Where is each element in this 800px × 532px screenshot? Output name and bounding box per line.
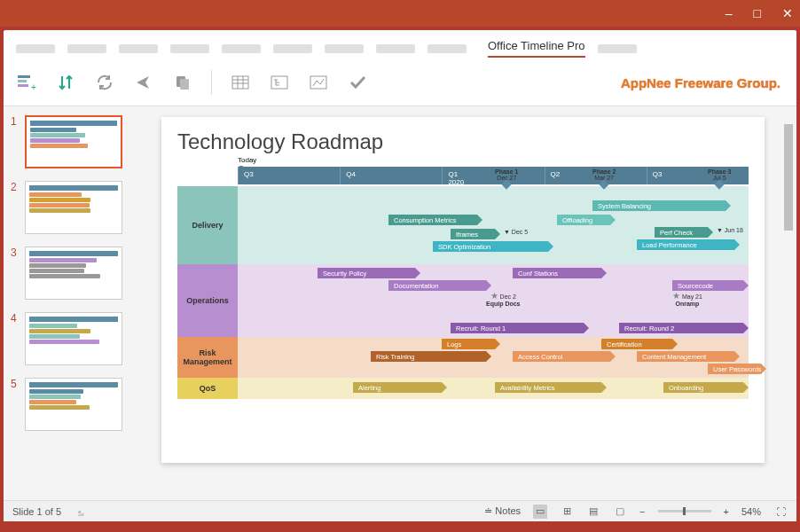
task-annotation: ▼ Dec 5 — [504, 229, 528, 235]
tab-placeholder[interactable] — [67, 44, 106, 53]
toolbar-separator — [211, 70, 212, 95]
time-axis: Q3Q4Q12020Q2Q3 — [238, 167, 749, 184]
task-bar[interactable]: Availability Metrics — [495, 382, 601, 393]
slide[interactable]: Technology Roadmap Today▼ Q3Q4Q12020Q2Q3… — [161, 117, 765, 463]
task-bar[interactable]: Logs — [442, 339, 495, 349]
task-bar[interactable]: Iframes — [451, 229, 495, 239]
ribbon-tabs: Office Timeline Pro — [4, 30, 796, 63]
sort-icon[interactable] — [55, 72, 76, 93]
tab-office-timeline[interactable]: Office Timeline Pro — [488, 39, 585, 58]
svg-rect-2 — [18, 84, 28, 87]
tab-placeholder[interactable] — [273, 44, 312, 53]
vertical-scrollbar[interactable] — [782, 106, 795, 500]
task-bar[interactable]: Consumption Metrics — [388, 215, 477, 225]
zoom-in[interactable]: + — [724, 506, 729, 517]
tab-placeholder[interactable] — [119, 44, 158, 53]
normal-view-icon[interactable]: ▭ — [533, 505, 547, 519]
slide-canvas[interactable]: Technology Roadmap Today▼ Q3Q4Q12020Q2Q3… — [135, 106, 796, 500]
thumbnail-3[interactable]: 3 — [11, 246, 128, 300]
task-bar[interactable]: Conf Stations — [513, 268, 601, 278]
task-bar[interactable]: Onboarding — [663, 382, 743, 393]
tab-placeholder[interactable] — [222, 44, 261, 53]
tab-placeholder[interactable] — [325, 44, 364, 53]
milestone-mark: ★ May 21Onramp — [672, 291, 702, 307]
table-icon[interactable] — [230, 72, 251, 93]
task-bar[interactable]: Alerting — [353, 382, 442, 393]
slide-title: Technology Roadmap — [177, 129, 749, 154]
new-timeline-icon[interactable]: + — [16, 72, 37, 93]
task-bar[interactable]: Certification — [601, 339, 672, 349]
notes-toggle[interactable]: ≐ Notes — [484, 505, 521, 517]
svg-rect-1 — [18, 80, 27, 82]
svg-rect-5 — [180, 79, 189, 90]
maximize-button[interactable]: □ — [754, 6, 761, 20]
zoom-slider[interactable] — [658, 510, 711, 512]
task-bar[interactable]: SDK Optimization — [433, 241, 548, 252]
copy-icon[interactable] — [172, 72, 193, 93]
style-icon[interactable] — [308, 72, 329, 93]
task-bar[interactable]: Offloading — [557, 215, 610, 225]
swimlane-risk: Risk Management LogsCertificationRisk Tr… — [177, 337, 749, 378]
swimlane-qos: QoS AlertingAvailability MetricsOnboardi… — [177, 378, 749, 399]
status-bar: Slide 1 of 5 ⎁ ≐ Notes ▭ ⊞ ▤ ▢ − + 54% ⛶ — [4, 500, 796, 521]
thumbnail-2[interactable]: 2 — [11, 181, 128, 234]
task-bar[interactable]: System Balancing — [592, 200, 725, 211]
svg-rect-0 — [18, 75, 30, 78]
share-icon[interactable] — [133, 72, 154, 93]
slide-thumbnails: 12345 — [4, 106, 135, 500]
task-bar[interactable]: Sourcecode — [672, 280, 743, 291]
tab-placeholder[interactable] — [376, 44, 415, 53]
thumbnail-1[interactable]: 1 — [11, 115, 128, 168]
task-bar[interactable]: Security Policy — [318, 268, 415, 278]
slideshow-icon[interactable]: ▢ — [613, 505, 627, 519]
task-bar[interactable]: Load Performance — [637, 239, 734, 250]
swimlane-operations: Operations Security PolicyConf StationsD… — [177, 264, 749, 337]
accept-icon[interactable] — [347, 72, 368, 93]
task-bar[interactable]: Documentation — [388, 280, 486, 291]
brand-watermark: AppNee Freeware Group. — [621, 75, 780, 90]
zoom-out[interactable]: − — [639, 506, 645, 517]
task-bar[interactable]: Recruit: Round 1 — [451, 323, 584, 333]
tab-placeholder[interactable] — [170, 44, 209, 53]
close-button[interactable]: ✕ — [782, 6, 793, 20]
task-bar[interactable]: Access Control — [513, 351, 610, 362]
zoom-level[interactable]: 54% — [741, 506, 761, 517]
task-bar[interactable]: Risk Training — [371, 351, 486, 362]
thumbnail-5[interactable]: 5 — [11, 378, 128, 431]
sorter-view-icon[interactable]: ⊞ — [560, 505, 574, 519]
tab-placeholder[interactable] — [16, 44, 55, 53]
task-annotation: ▼ Jun 18 — [717, 227, 743, 233]
tab-placeholder[interactable] — [427, 44, 467, 53]
tab-placeholder[interactable] — [598, 44, 637, 53]
sync-icon[interactable] — [94, 72, 115, 93]
milestone: Phase 3Jul 5 — [708, 168, 731, 190]
spellcheck-icon[interactable]: ⎁ — [74, 505, 88, 519]
milestone: Phase 1Dec 27 — [495, 168, 518, 190]
titlebar: – □ ✕ — [0, 0, 800, 27]
hierarchy-icon[interactable] — [269, 72, 290, 93]
reading-view-icon[interactable]: ▤ — [586, 505, 600, 519]
svg-rect-6 — [232, 76, 248, 89]
milestone: Phase 2Mar 27 — [592, 168, 616, 190]
task-bar[interactable]: Content Management — [637, 351, 734, 362]
thumbnail-4[interactable]: 4 — [11, 312, 128, 365]
ribbon-toolbar: + AppNee Freeware Group. — [4, 63, 796, 106]
milestone-mark: ★ Dec 2Equip Docs — [486, 291, 521, 307]
task-bar[interactable]: Recruit: Round 2 — [619, 323, 743, 333]
task-bar[interactable]: User Passwords — [708, 364, 761, 374]
slide-counter: Slide 1 of 5 — [12, 506, 61, 517]
swimlane-delivery: Delivery Phase 1Dec 27Phase 2Mar 27Phase… — [177, 186, 749, 264]
minimize-button[interactable]: – — [725, 6, 733, 20]
task-bar[interactable]: Perf Check — [655, 227, 708, 238]
fit-icon[interactable]: ⛶ — [773, 505, 788, 519]
svg-text:+: + — [31, 82, 36, 91]
